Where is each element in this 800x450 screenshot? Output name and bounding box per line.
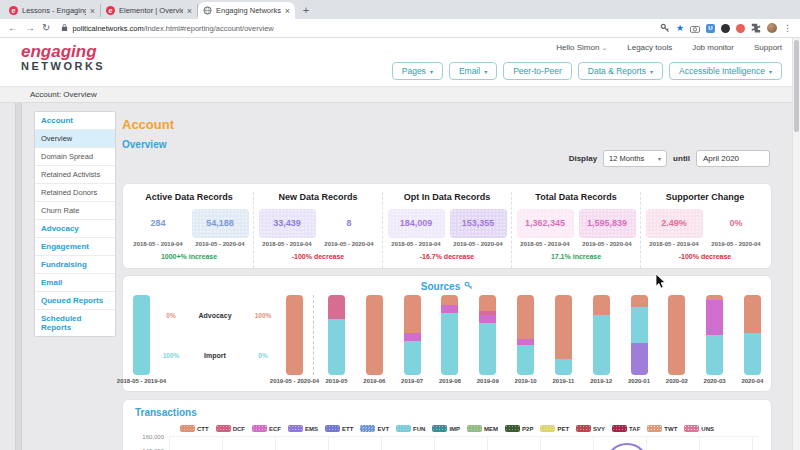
until-label: until bbox=[673, 154, 690, 163]
until-date-input[interactable]: April 2020 bbox=[696, 150, 770, 167]
bar-label: 2019-08 bbox=[439, 378, 461, 388]
sidebar-item-churn-rate[interactable]: Churn Rate bbox=[35, 201, 115, 219]
stat-value: 33,439 bbox=[259, 209, 316, 238]
breadcrumb: Account: Overview bbox=[30, 90, 97, 99]
tab-close-icon[interactable]: × bbox=[285, 6, 290, 16]
bookmark-star-icon[interactable]: ★ bbox=[676, 24, 684, 33]
legend-label: PET bbox=[557, 426, 569, 432]
nav-button-data-reports[interactable]: Data & Reports▾ bbox=[578, 62, 663, 80]
legend-label: IMP bbox=[449, 426, 460, 432]
engaging-networks-logo[interactable]: engaging NETWORKS bbox=[21, 43, 105, 72]
nav-button-peer-to-peer[interactable]: Peer-to-Peer bbox=[503, 62, 572, 80]
sidebar-item-overview[interactable]: Overview bbox=[35, 129, 115, 147]
stacked-bar[interactable] bbox=[593, 295, 610, 375]
legend-label: DCF bbox=[233, 426, 245, 432]
tab-close-icon[interactable]: × bbox=[187, 6, 192, 16]
sidebar-item-scheduled-reports[interactable]: Scheduled Reports bbox=[35, 309, 115, 336]
bar-segment-advocacy bbox=[668, 295, 685, 375]
bar-label: 2019-05 bbox=[325, 378, 347, 388]
chrome-menu-icon[interactable]: ⋮ bbox=[783, 23, 792, 33]
extension-dark-icon[interactable] bbox=[721, 24, 730, 33]
stacked-bar[interactable] bbox=[706, 295, 723, 375]
back-button[interactable]: ← bbox=[8, 23, 18, 33]
extension-red-icon[interactable] bbox=[736, 24, 745, 33]
transactions-chart: 160,000 140,000 bbox=[135, 436, 759, 450]
nav-button-email[interactable]: Email▾ bbox=[449, 62, 497, 80]
legend-item-mem: MEM bbox=[467, 425, 498, 432]
legend-swatch bbox=[325, 425, 340, 432]
stat-title: Supporter Change bbox=[644, 192, 766, 202]
until-date-value: April 2020 bbox=[703, 154, 739, 163]
stacked-bar[interactable] bbox=[517, 295, 534, 375]
bar-label: 2020-03 bbox=[704, 378, 726, 388]
scrollbar-thumb[interactable] bbox=[794, 40, 799, 132]
legend-swatch bbox=[505, 425, 520, 432]
month-bar-2020-03: 2020-03 bbox=[706, 295, 723, 388]
forward-button[interactable]: → bbox=[25, 23, 35, 33]
new-tab-button[interactable]: + bbox=[299, 3, 313, 17]
header-link-support[interactable]: Support bbox=[754, 43, 782, 52]
bar-segment-import bbox=[555, 359, 572, 375]
legend-item-imp: IMP bbox=[432, 425, 460, 432]
sidebar-item-domain-spread[interactable]: Domain Spread bbox=[35, 147, 115, 165]
reload-button[interactable]: ↻ bbox=[42, 23, 50, 33]
sidebar-item-retained-donors[interactable]: Retained Donors bbox=[35, 183, 115, 201]
display-range-select[interactable]: 12 Months ▾ bbox=[603, 150, 667, 167]
stat-period: 2019-05 - 2020-04 bbox=[708, 241, 765, 247]
stacked-bar[interactable] bbox=[441, 295, 458, 375]
profile-avatar[interactable] bbox=[767, 23, 777, 33]
browser-tab-lessons-engaging-networks[interactable]: eLessons - Engaging Networks× bbox=[4, 4, 101, 17]
stacked-bar[interactable] bbox=[479, 295, 496, 375]
header-link-job-monitor[interactable]: Job monitor bbox=[692, 43, 734, 52]
nav-button-pages[interactable]: Pages▾ bbox=[392, 62, 443, 80]
camera-icon[interactable] bbox=[690, 19, 700, 37]
legend-label: P2P bbox=[522, 426, 533, 432]
stacked-bar[interactable] bbox=[668, 295, 685, 375]
sidebar-item-fundraising[interactable]: Fundraising bbox=[35, 255, 115, 273]
key-icon[interactable] bbox=[660, 19, 670, 37]
address-bar[interactable]: politicalnetworks.com/index.html#reporti… bbox=[57, 23, 653, 34]
nav-button-accessible-intelligence[interactable]: Accessible Intelligence▾ bbox=[669, 62, 782, 80]
stacked-bar[interactable] bbox=[133, 295, 150, 375]
tab-strip: eLessons - Engaging Networks×eElementor … bbox=[0, 0, 800, 19]
legend-item-ett: ETT bbox=[325, 425, 353, 432]
stat-value: 1,595,839 bbox=[579, 209, 636, 238]
header-link-legacy-tools[interactable]: Legacy tools bbox=[627, 43, 672, 52]
sidebar-item-queued-reports[interactable]: Queued Reports bbox=[35, 291, 115, 309]
stat-change: -16.7% decrease bbox=[386, 253, 508, 260]
comparison-bar-previous-year: 2018-05 - 2019-04 bbox=[133, 295, 150, 388]
browser-tab-elementor-overview-report[interactable]: eElementor | Overview Report× bbox=[101, 4, 198, 17]
legend-label: CTT bbox=[197, 426, 209, 432]
page-scrollbar[interactable] bbox=[792, 38, 800, 450]
sidebar-item-engagement[interactable]: Engagement bbox=[35, 237, 115, 255]
legend-swatch bbox=[180, 425, 195, 432]
stacked-bar[interactable] bbox=[328, 295, 345, 375]
legend-label: EMS bbox=[305, 426, 318, 432]
stacked-bar[interactable] bbox=[404, 295, 421, 375]
stacked-bar[interactable] bbox=[631, 295, 648, 375]
extensions-puzzle-icon[interactable] bbox=[751, 19, 761, 37]
legend-item-fun: FUN bbox=[396, 425, 425, 432]
dashed-divider bbox=[313, 295, 314, 375]
stat-value: 2.49% bbox=[646, 209, 703, 238]
bar-segment-advocacy bbox=[404, 295, 421, 333]
legend-swatch bbox=[252, 425, 267, 432]
stacked-bar[interactable] bbox=[744, 295, 761, 375]
stacked-bar[interactable] bbox=[555, 295, 572, 375]
sidebar-item-advocacy[interactable]: Advocacy bbox=[35, 219, 115, 237]
stacked-bar[interactable] bbox=[286, 295, 303, 375]
stacked-bar[interactable] bbox=[366, 295, 383, 375]
sidebar-item-retained-activists[interactable]: Retained Activists bbox=[35, 165, 115, 183]
header-link-hello-simon[interactable]: Hello Simon ⌄ bbox=[556, 43, 607, 52]
sidebar-item-account[interactable]: Account bbox=[35, 112, 115, 129]
legend-label-import: Import bbox=[186, 352, 244, 359]
sidebar-item-email[interactable]: Email bbox=[35, 273, 115, 291]
bar-segment-purple bbox=[631, 343, 648, 375]
stat-card-active-data-records: Active Data Records2842018-05 - 2019-045… bbox=[125, 192, 253, 268]
tab-close-icon[interactable]: × bbox=[90, 6, 95, 16]
browser-tab-engaging-networks[interactable]: Engaging Networks× bbox=[198, 2, 295, 19]
sources-title: Sources bbox=[421, 281, 460, 292]
filter-key-icon[interactable] bbox=[464, 281, 473, 292]
main-content: Account Overview Display 12 Months ▾ unt… bbox=[122, 103, 772, 450]
extension-u-icon[interactable]: U bbox=[706, 24, 715, 33]
